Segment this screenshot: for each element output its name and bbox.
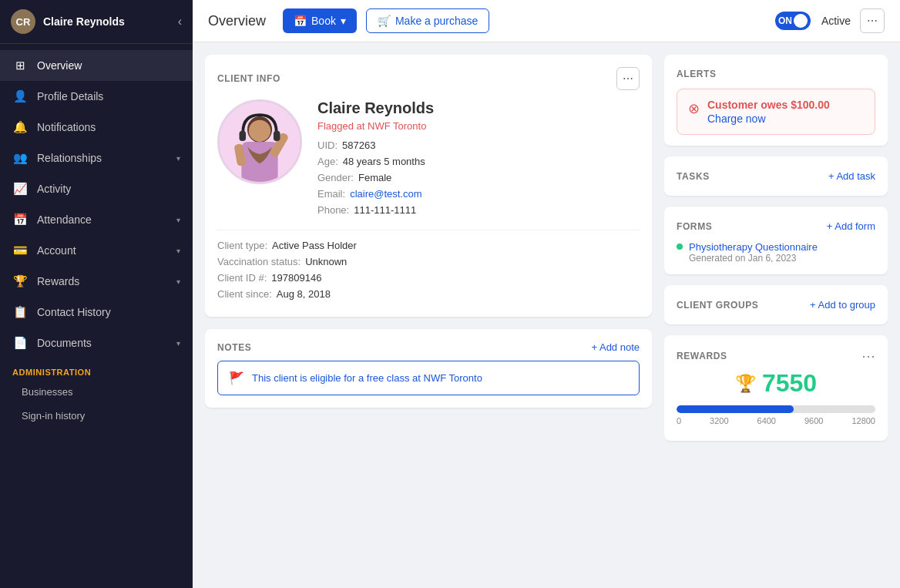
account-icon: 💳 [12, 243, 28, 258]
uid-value: 587263 [342, 139, 375, 151]
client-info-more-button[interactable]: ⋯ [616, 67, 640, 90]
activity-icon: 📈 [12, 181, 28, 197]
sidebar-item-activity[interactable]: 📈 Activity [0, 173, 193, 204]
sidebar-user-name: Claire Reynolds [43, 15, 178, 28]
active-toggle[interactable]: ON [775, 12, 811, 30]
trophy-icon: 🏆 [735, 374, 756, 394]
sidebar-collapse-btn[interactable]: ‹ [178, 15, 182, 29]
chevron-down-icon: ▾ [176, 247, 180, 255]
businesses-label: Businesses [22, 386, 72, 398]
page-title: Overview [208, 13, 266, 29]
vaccination-value: Unknown [305, 256, 347, 267]
form-details: Physiotherapy Questionnaire Generated on… [689, 241, 818, 264]
relationships-icon: 👥 [12, 150, 28, 166]
forms-header: FORMS + Add form [677, 217, 875, 235]
client-groups-header: CLIENT GROUPS + Add to group [677, 296, 875, 314]
sidebar-item-label: Overview [37, 59, 180, 72]
form-name[interactable]: Physiotherapy Questionnaire [689, 241, 818, 253]
notes-header: NOTES + Add note [217, 341, 640, 353]
sidebar-item-account[interactable]: 💳 Account ▾ [0, 235, 193, 266]
rewards-more-button[interactable]: ⋯ [861, 349, 875, 363]
alert-circle-icon: ⊗ [688, 100, 700, 117]
sidebar-item-sign-in-history[interactable]: Sign-in history [0, 404, 193, 428]
alerts-section: ALERTS ⊗ Customer owes $100.00 Charge no… [664, 55, 888, 146]
gender-row: Gender: Female [317, 172, 640, 183]
client-details: Claire Reynolds Flagged at NWF Toronto U… [317, 99, 640, 220]
sidebar-item-notifications[interactable]: 🔔 Notifications [0, 112, 193, 143]
sidebar-item-attendance[interactable]: 📅 Attendance ▾ [0, 204, 193, 235]
alerts-title: ALERTS [677, 69, 717, 79]
right-column: ALERTS ⊗ Customer owes $100.00 Charge no… [664, 55, 888, 576]
client-info-title: CLIENT INFO [217, 73, 280, 84]
age-label: Age: [317, 156, 338, 167]
sidebar-item-label: Documents [37, 337, 176, 349]
gender-label: Gender: [317, 172, 354, 183]
rewards-bar-track [677, 405, 875, 413]
alert-owes-text: Customer owes $100.00 [707, 99, 830, 111]
rewards-points-display: 🏆 7550 [677, 369, 875, 398]
client-type-row: Client type: Active Pass Holder [217, 240, 640, 251]
client-since-label: Client since: [217, 288, 272, 300]
book-chevron-icon: ▾ [341, 15, 346, 27]
flag-icon: 🚩 [229, 371, 244, 385]
sidebar: CR Claire Reynolds ‹ ⊞ Overview 👤 Profil… [0, 0, 193, 588]
add-form-button[interactable]: + Add form [827, 220, 875, 232]
tick-0: 0 [677, 416, 681, 425]
chevron-down-icon: ▾ [176, 277, 180, 286]
form-status-dot [677, 244, 683, 250]
left-column: CLIENT INFO ⋯ [205, 55, 652, 576]
content-area: CLIENT INFO ⋯ [193, 42, 900, 588]
add-task-button[interactable]: + Add task [828, 170, 875, 182]
topbar-more-button[interactable]: ⋯ [860, 8, 885, 33]
sidebar-item-label: Profile Details [37, 90, 180, 102]
sign-in-history-label: Sign-in history [22, 410, 85, 422]
sidebar-item-label: Contact History [37, 306, 180, 318]
add-note-button[interactable]: + Add note [591, 341, 640, 353]
sidebar-item-label: Attendance [37, 213, 176, 226]
sidebar-item-overview[interactable]: ⊞ Overview [0, 50, 193, 81]
client-info-header: CLIENT INFO ⋯ [217, 67, 640, 90]
active-status-label: Active [821, 15, 851, 27]
sidebar-item-businesses[interactable]: Businesses [0, 380, 193, 404]
main-content: Overview 📅 Book ▾ 🛒 Make a purchase ON A… [193, 0, 900, 588]
profile-icon: 👤 [12, 89, 28, 104]
uid-row: UID: 587263 [317, 139, 640, 151]
form-date: Generated on Jan 6, 2023 [689, 253, 818, 264]
alert-card: ⊗ Customer owes $100.00 Charge now [677, 89, 875, 135]
svg-rect-6 [240, 131, 247, 141]
rewards-points: 7550 [762, 369, 817, 398]
rewards-title: REWARDS [677, 351, 727, 361]
overview-icon: ⊞ [12, 58, 28, 73]
sidebar-item-relationships[interactable]: 👥 Relationships ▾ [0, 143, 193, 173]
book-label: Book [311, 15, 336, 27]
svg-rect-7 [274, 131, 280, 141]
add-to-group-button[interactable]: + Add to group [810, 299, 875, 311]
chevron-down-icon: ▾ [176, 216, 180, 224]
sidebar-item-contact-history[interactable]: 📋 Contact History [0, 297, 193, 328]
make-purchase-button[interactable]: 🛒 Make a purchase [366, 8, 489, 33]
chevron-down-icon: ▾ [176, 339, 180, 348]
book-button[interactable]: 📅 Book ▾ [283, 8, 357, 33]
sidebar-item-label: Notifications [37, 121, 180, 133]
vaccination-label: Vaccination status: [217, 256, 301, 267]
sidebar-item-documents[interactable]: 📄 Documents ▾ [0, 328, 193, 358]
active-toggle-wrap: ON Active [775, 12, 851, 30]
vaccination-row: Vaccination status: Unknown [217, 256, 640, 267]
client-name: Claire Reynolds [317, 99, 640, 117]
uid-label: UID: [317, 139, 338, 151]
svg-point-3 [249, 120, 270, 142]
toggle-on-label: ON [778, 15, 792, 26]
charge-now-link[interactable]: Charge now [707, 113, 830, 125]
documents-icon: 📄 [12, 335, 28, 351]
client-since-value: Aug 8, 2018 [277, 288, 331, 300]
email-value[interactable]: claire@test.com [350, 188, 421, 200]
cart-icon: 🛒 [378, 15, 391, 27]
sidebar-nav: ⊞ Overview 👤 Profile Details 🔔 Notificat… [0, 44, 193, 588]
contact-history-icon: 📋 [12, 304, 28, 320]
sidebar-item-profile-details[interactable]: 👤 Profile Details [0, 81, 193, 112]
note-text: This client is eligible for a free class… [252, 372, 482, 384]
sidebar-item-rewards[interactable]: 🏆 Rewards ▾ [0, 266, 193, 297]
client-type-label: Client type: [217, 240, 267, 251]
topbar: Overview 📅 Book ▾ 🛒 Make a purchase ON A… [193, 0, 900, 42]
user-avatar: CR [11, 9, 35, 34]
